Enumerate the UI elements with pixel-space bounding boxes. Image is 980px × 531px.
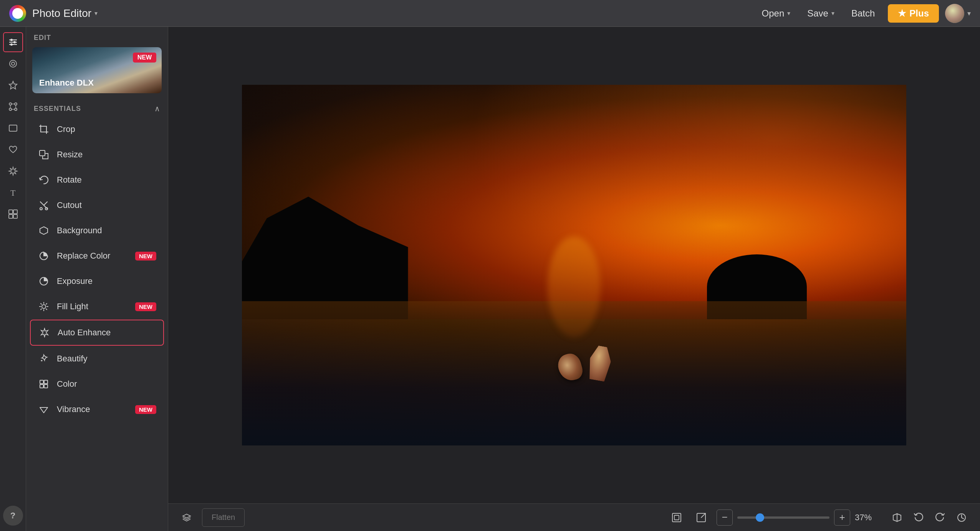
- auto-enhance-icon: [38, 327, 51, 339]
- menu-item-background[interactable]: Background: [30, 218, 164, 243]
- cutout-icon: [38, 199, 50, 211]
- zoom-value: 37%: [855, 513, 882, 523]
- menu-item-exposure[interactable]: Exposure: [30, 269, 164, 294]
- essentials-collapse-button[interactable]: ∧: [154, 104, 160, 113]
- batch-button[interactable]: Batch: [844, 5, 882, 22]
- user-avatar[interactable]: [945, 4, 964, 23]
- replace-color-icon: [38, 250, 50, 262]
- svg-point-28: [45, 208, 48, 210]
- svg-marker-18: [9, 167, 17, 175]
- svg-rect-21: [13, 210, 17, 214]
- svg-point-30: [42, 305, 46, 308]
- plus-button[interactable]: ★ Plus: [888, 4, 939, 23]
- edit-section-header: EDIT: [26, 27, 168, 46]
- fill-light-icon: [38, 300, 50, 313]
- svg-rect-44: [674, 515, 679, 520]
- zoom-slider[interactable]: [737, 516, 829, 519]
- menu-item-replace-color[interactable]: Replace Color NEW: [30, 244, 164, 268]
- avatar-chevron[interactable]: ▾: [967, 9, 971, 18]
- svg-point-9: [9, 103, 12, 105]
- vibrance-icon: [38, 403, 50, 416]
- shell-2: [586, 345, 613, 382]
- menu-item-auto-enhance[interactable]: Auto Enhance: [30, 320, 164, 346]
- icon-bar: T ?: [0, 27, 26, 531]
- topbar: Photo Editor ▾ Open ▾ Save ▾ Batch ★ Plu…: [0, 0, 980, 27]
- app-title-group[interactable]: Photo Editor ▾: [32, 7, 98, 20]
- app-logo[interactable]: [9, 5, 26, 22]
- menu-item-beautify[interactable]: Beautify: [30, 346, 164, 371]
- shell-1: [555, 351, 584, 383]
- undo-button[interactable]: [909, 508, 928, 527]
- menu-item-rotate[interactable]: Rotate: [30, 168, 164, 192]
- menu-item-background-label: Background: [57, 226, 156, 236]
- menu-item-cutout[interactable]: Cutout: [30, 193, 164, 218]
- save-button[interactable]: Save ▾: [800, 5, 841, 22]
- svg-point-3: [13, 41, 16, 43]
- canvas-content: [168, 27, 980, 503]
- replace-color-badge: NEW: [135, 252, 156, 261]
- sidebar-item-pattern[interactable]: [3, 204, 23, 224]
- enhance-dlx-card[interactable]: Enhance DLX NEW: [32, 47, 162, 93]
- menu-item-vibrance-label: Vibrance: [57, 404, 128, 414]
- menu-item-color[interactable]: Color: [30, 372, 164, 396]
- menu-item-resize-label: Resize: [57, 150, 156, 160]
- beautify-icon: [38, 353, 50, 365]
- sidebar-item-adjust[interactable]: [3, 32, 23, 52]
- exposure-icon: [38, 275, 50, 287]
- zoom-out-button[interactable]: −: [717, 510, 733, 526]
- photo-background: [242, 85, 906, 445]
- sidebar-item-nodes[interactable]: [3, 97, 23, 117]
- layers-button[interactable]: [177, 508, 196, 527]
- flatten-button[interactable]: Flatten: [202, 508, 245, 527]
- svg-point-7: [12, 62, 15, 65]
- history-button[interactable]: [952, 508, 971, 527]
- background-icon: [38, 224, 50, 237]
- zoom-slider-thumb[interactable]: [756, 513, 764, 522]
- user-avatar-group[interactable]: ▾: [945, 4, 971, 23]
- zoom-in-button[interactable]: +: [834, 510, 850, 526]
- essentials-header: ESSENTIALS ∧: [26, 100, 168, 116]
- external-view-button[interactable]: [692, 508, 710, 527]
- svg-line-46: [701, 513, 705, 518]
- menu-item-crop[interactable]: Crop: [30, 117, 164, 142]
- help-button[interactable]: ?: [3, 506, 23, 526]
- svg-rect-17: [9, 125, 17, 131]
- svg-rect-41: [40, 384, 43, 388]
- app-title-text: Photo Editor: [32, 7, 91, 20]
- vibrance-badge: NEW: [135, 405, 156, 414]
- svg-line-35: [41, 303, 41, 304]
- enhance-card-label: Enhance DLX: [39, 78, 94, 88]
- main-area: T ? EDIT Enhance DLX NEW ESSENTIALS: [0, 27, 980, 531]
- flip-button[interactable]: [888, 508, 906, 527]
- svg-point-10: [15, 103, 17, 105]
- menu-item-fill-light[interactable]: Fill Light NEW: [30, 294, 164, 319]
- menu-item-rotate-label: Rotate: [57, 175, 156, 185]
- shell-group: [559, 346, 611, 381]
- sidebar-item-heart[interactable]: [3, 140, 23, 160]
- svg-point-5: [10, 43, 13, 46]
- sidebar-item-burst[interactable]: [3, 161, 23, 181]
- sidebar-item-favorites[interactable]: [3, 75, 23, 95]
- svg-line-26: [44, 202, 47, 205]
- svg-rect-24: [40, 150, 45, 156]
- svg-line-37: [46, 303, 47, 304]
- left-panel: EDIT Enhance DLX NEW ESSENTIALS ∧ Crop: [26, 27, 168, 531]
- menu-item-replace-color-label: Replace Color: [57, 251, 128, 261]
- svg-point-1: [10, 39, 13, 41]
- menu-item-auto-enhance-label: Auto Enhance: [58, 328, 156, 338]
- plus-star-icon: ★: [898, 8, 906, 19]
- menu-item-resize[interactable]: Resize: [30, 142, 164, 167]
- fit-canvas-button[interactable]: [667, 508, 686, 527]
- sidebar-item-view[interactable]: [3, 54, 23, 74]
- water-reflection: [548, 236, 601, 337]
- svg-rect-40: [44, 380, 48, 384]
- photo-canvas[interactable]: [242, 85, 906, 445]
- svg-line-38: [41, 309, 41, 310]
- open-button[interactable]: Open ▾: [755, 5, 798, 22]
- topbar-nav: Open ▾ Save ▾ Batch: [755, 5, 882, 22]
- sidebar-item-rectangle[interactable]: [3, 118, 23, 138]
- color-icon: [38, 378, 50, 390]
- sidebar-item-text[interactable]: T: [3, 183, 23, 203]
- menu-item-vibrance[interactable]: Vibrance NEW: [30, 397, 164, 422]
- redo-button[interactable]: [931, 508, 949, 527]
